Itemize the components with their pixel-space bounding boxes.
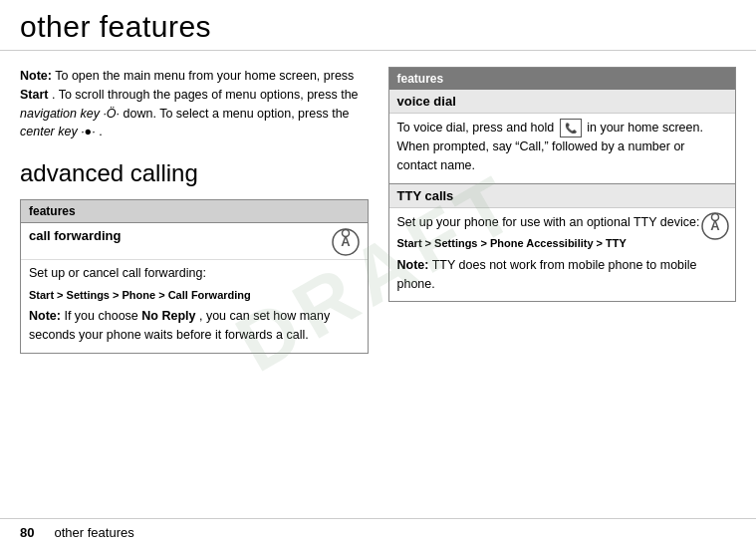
cf-intro: Set up or cancel call forwarding: <box>29 266 206 280</box>
note-text1: To open the main menu from your home scr… <box>55 69 354 83</box>
footer-page-number: 80 <box>20 525 34 540</box>
tty-body: A Set up your phone for use with an opti… <box>389 208 736 302</box>
voice-dial-section: voice dial To voice dial, press and hold… <box>389 90 736 184</box>
note-text4: . <box>99 125 102 138</box>
tty-note-text: TTY does not work from mobile phone to m… <box>397 258 697 291</box>
svg-text:A: A <box>341 234 351 249</box>
page-title: other features <box>20 10 736 44</box>
footer-title: other features <box>54 525 133 540</box>
content-area: Note: To open the main menu from your ho… <box>0 51 756 477</box>
call-forwarding-header: call forwarding A <box>21 223 368 260</box>
note-text3: down. To select a menu option, press the <box>124 107 350 121</box>
left-feature-table: features call forwarding A Set up or can… <box>20 199 369 354</box>
page-footer: 80 other features <box>0 518 756 546</box>
tty-note-label: Note: <box>397 258 429 272</box>
svg-text:A: A <box>710 218 720 233</box>
right-feature-table: features voice dial To voice dial, press… <box>388 67 737 302</box>
left-table-header: features <box>21 200 368 223</box>
vd-body: To voice dial, press and hold <box>397 121 555 135</box>
tty-section: TTY calls A Set up your phone for use wi… <box>389 184 736 302</box>
cf-note-label: Note: <box>29 309 61 323</box>
voice-dial-title: voice dial <box>389 90 736 114</box>
center-key-italic: center key ·●· <box>20 125 96 138</box>
note-text2: . To scroll through the pages of menu op… <box>52 88 359 102</box>
advanced-calling-heading: advanced calling <box>20 159 369 187</box>
phone-icon: 📞 <box>560 119 582 137</box>
accessibility-icon: A <box>332 228 360 256</box>
start-bold: Start <box>20 88 48 102</box>
tty-accessibility-icon: A <box>701 212 729 240</box>
no-reply-bold: No Reply <box>141 309 195 323</box>
cf-nav-path: Start > Settings > Phone > Call Forwardi… <box>29 287 360 304</box>
feature-row-call-forwarding: call forwarding A Set up or cancel call … <box>21 223 368 353</box>
nav-key-italic: navigation key ·Ö· <box>20 107 120 121</box>
intro-note: Note: To open the main menu from your ho… <box>20 67 369 141</box>
call-forwarding-body: Set up or cancel call forwarding: Start … <box>21 260 368 353</box>
cf-note-text1: If you choose <box>64 309 141 323</box>
tty-title: TTY calls <box>389 184 736 208</box>
call-forwarding-label: call forwarding <box>29 228 121 243</box>
tty-intro: Set up your phone for use with an option… <box>397 215 700 229</box>
voice-dial-body: To voice dial, press and hold 📞 in your … <box>389 114 736 183</box>
left-column: Note: To open the main menu from your ho… <box>20 51 369 477</box>
page-header: other features <box>0 0 756 51</box>
note-label: Note: <box>20 69 52 83</box>
tty-nav-path: Start > Settings > Phone Accessibility >… <box>397 235 728 252</box>
tty-title-text: TTY calls <box>397 188 454 203</box>
right-column: features voice dial To voice dial, press… <box>388 51 737 477</box>
page-container: DRAFT other features Note: To open the m… <box>0 0 756 546</box>
right-table-header: features <box>389 68 736 90</box>
